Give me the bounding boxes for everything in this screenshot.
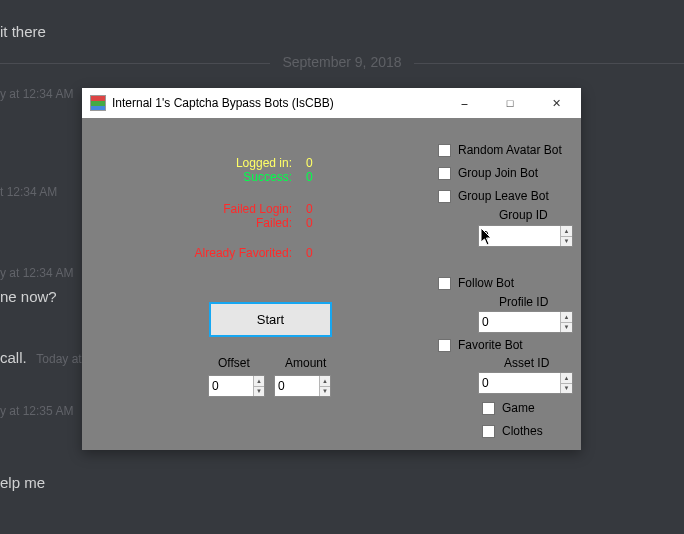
profile-id-input[interactable] bbox=[479, 312, 560, 332]
failed-login-value: 0 bbox=[306, 202, 313, 216]
group-leave-checkbox[interactable]: Group Leave Bot bbox=[438, 189, 549, 203]
chat-fragment: call. Today at 1 bbox=[0, 349, 92, 366]
date-divider: September 9, 2018 bbox=[0, 54, 684, 70]
clothes-checkbox[interactable]: Clothes bbox=[482, 424, 543, 438]
offset-input[interactable] bbox=[209, 376, 253, 396]
maximize-button[interactable]: □ bbox=[487, 88, 533, 118]
asset-id-input[interactable] bbox=[479, 373, 560, 393]
titlebar[interactable]: Internal 1's Captcha Bypass Bots (IsCBB)… bbox=[82, 88, 581, 118]
success-value: 0 bbox=[306, 170, 313, 184]
group-id-input[interactable] bbox=[479, 226, 560, 246]
chat-fragment: it there bbox=[0, 23, 46, 40]
close-button[interactable]: ✕ bbox=[533, 88, 579, 118]
failed-label: Failed: bbox=[174, 216, 292, 230]
offset-stepper[interactable]: ▲▼ bbox=[208, 375, 265, 397]
profile-id-label: Profile ID bbox=[499, 295, 548, 309]
game-checkbox[interactable]: Game bbox=[482, 401, 535, 415]
spinner-buttons[interactable]: ▲▼ bbox=[319, 376, 330, 396]
spinner-buttons[interactable]: ▲▼ bbox=[560, 226, 572, 246]
app-icon bbox=[90, 95, 106, 111]
failed-value: 0 bbox=[306, 216, 313, 230]
window-title: Internal 1's Captcha Bypass Bots (IsCBB) bbox=[112, 96, 441, 110]
amount-stepper[interactable]: ▲▼ bbox=[274, 375, 331, 397]
amount-label: Amount bbox=[285, 356, 326, 370]
favorite-bot-checkbox[interactable]: Favorite Bot bbox=[438, 338, 523, 352]
chat-timestamp: y at 12:34 AM bbox=[0, 266, 73, 280]
group-id-label: Group ID bbox=[499, 208, 548, 222]
chat-timestamp: y at 12:34 AM bbox=[0, 87, 73, 101]
already-favorited-value: 0 bbox=[306, 246, 313, 260]
random-avatar-checkbox[interactable]: Random Avatar Bot bbox=[438, 143, 562, 157]
spinner-buttons[interactable]: ▲▼ bbox=[253, 376, 264, 396]
offset-label: Offset bbox=[218, 356, 250, 370]
group-id-stepper[interactable]: ▲▼ bbox=[478, 225, 573, 247]
asset-id-label: Asset ID bbox=[504, 356, 549, 370]
logged-in-value: 0 bbox=[306, 156, 313, 170]
failed-login-label: Failed Login: bbox=[174, 202, 292, 216]
chat-fragment: elp me bbox=[0, 474, 45, 491]
follow-bot-checkbox[interactable]: Follow Bot bbox=[438, 276, 514, 290]
logged-in-label: Logged in: bbox=[174, 156, 292, 170]
minimize-button[interactable]: ‒ bbox=[441, 88, 487, 118]
already-favorited-label: Already Favorited: bbox=[174, 246, 292, 260]
spinner-buttons[interactable]: ▲▼ bbox=[560, 373, 572, 393]
group-join-checkbox[interactable]: Group Join Bot bbox=[438, 166, 538, 180]
amount-input[interactable] bbox=[275, 376, 319, 396]
start-button[interactable]: Start bbox=[209, 302, 332, 337]
chat-timestamp: t 12:34 AM bbox=[0, 185, 57, 199]
asset-id-stepper[interactable]: ▲▼ bbox=[478, 372, 573, 394]
spinner-buttons[interactable]: ▲▼ bbox=[560, 312, 572, 332]
chat-fragment: ne now? bbox=[0, 288, 57, 305]
success-label: Success: bbox=[174, 170, 292, 184]
app-window: Internal 1's Captcha Bypass Bots (IsCBB)… bbox=[82, 88, 581, 450]
chat-timestamp: y at 12:35 AM bbox=[0, 404, 73, 418]
profile-id-stepper[interactable]: ▲▼ bbox=[478, 311, 573, 333]
